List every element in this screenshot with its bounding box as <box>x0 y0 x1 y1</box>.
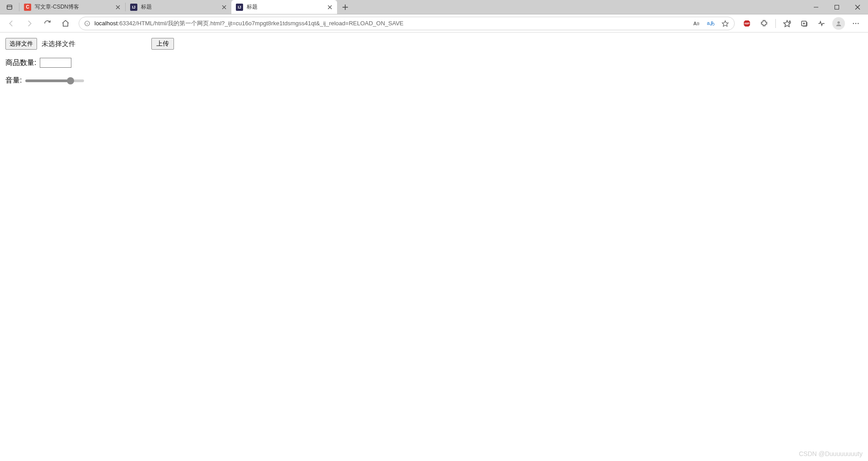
svg-point-28 <box>837 21 840 23</box>
tab-title: 标题 <box>141 3 217 11</box>
forward-button[interactable] <box>21 16 38 31</box>
tab-manager-button[interactable] <box>0 0 19 14</box>
adblock-icon[interactable]: ABP <box>739 16 755 31</box>
svg-point-29 <box>853 23 854 23</box>
extensions-icon[interactable] <box>756 16 772 31</box>
svg-point-30 <box>855 23 856 23</box>
more-menu-icon[interactable] <box>848 16 863 31</box>
collections-icon[interactable] <box>797 16 812 31</box>
performance-icon[interactable] <box>814 16 829 31</box>
avatar-icon <box>832 17 845 30</box>
favicon-intellij-icon: IJ <box>236 4 243 11</box>
svg-point-31 <box>858 23 859 23</box>
address-bar[interactable]: localhost:63342/HTML/html/我的第一个网页.html?_… <box>79 17 735 30</box>
profile-button[interactable] <box>831 16 846 31</box>
page-content: 选择文件 未选择文件 上传 商品数量: 音量: <box>0 33 868 99</box>
translate-icon[interactable]: aあ <box>706 19 715 28</box>
tab-title: 标题 <box>247 3 323 11</box>
new-tab-button[interactable] <box>337 0 353 14</box>
close-tab-button[interactable] <box>114 4 122 11</box>
svg-marker-17 <box>722 21 728 26</box>
maximize-button[interactable] <box>826 0 847 14</box>
watermark-text: CSDN @Duuuuuuuuty <box>799 450 863 457</box>
home-button[interactable] <box>57 16 74 31</box>
read-aloud-icon[interactable]: A)) <box>692 19 701 28</box>
upload-button[interactable]: 上传 <box>151 38 174 50</box>
favicon-csdn-icon: C <box>24 4 31 11</box>
quantity-input[interactable] <box>40 58 71 68</box>
favorite-icon[interactable] <box>721 19 730 28</box>
favorites-icon[interactable] <box>779 16 795 31</box>
site-info-icon[interactable] <box>84 20 91 27</box>
address-text: localhost:63342/HTML/html/我的第一个网页.html?_… <box>94 19 688 28</box>
favicon-intellij-icon: IJ <box>130 4 137 11</box>
quantity-row: 商品数量: <box>5 58 863 68</box>
address-host: localhost <box>94 20 117 27</box>
address-right-icons: A)) aあ <box>692 19 730 28</box>
volume-label: 音量: <box>5 76 22 85</box>
titlebar: C 写文章-CSDN博客 IJ 标题 IJ 标题 <box>0 0 868 14</box>
browser-tab-1[interactable]: IJ 标题 <box>126 0 231 14</box>
close-tab-button[interactable] <box>221 4 228 11</box>
file-status-text: 未选择文件 <box>42 40 75 48</box>
choose-file-button[interactable]: 选择文件 <box>5 38 37 50</box>
svg-text:ABP: ABP <box>744 22 750 25</box>
window-controls <box>806 0 868 14</box>
address-rest: :63342/HTML/html/我的第一个网页.html?_ijt=cu16o… <box>117 20 404 27</box>
svg-rect-11 <box>835 5 839 9</box>
svg-rect-0 <box>7 5 12 9</box>
tab-title: 写文章-CSDN博客 <box>35 3 111 11</box>
minimize-button[interactable] <box>806 0 826 14</box>
volume-row: 音量: <box>5 76 863 85</box>
toolbar-right-icons: ABP <box>739 16 865 31</box>
close-window-button[interactable] <box>847 0 868 14</box>
close-tab-button[interactable] <box>326 4 333 11</box>
refresh-button[interactable] <box>39 16 56 31</box>
titlebar-spacer <box>353 0 806 14</box>
toolbar: localhost:63342/HTML/html/我的第一个网页.html?_… <box>0 14 868 33</box>
browser-tab-2[interactable]: IJ 标题 <box>231 0 337 14</box>
volume-slider[interactable] <box>25 79 84 82</box>
quantity-label: 商品数量: <box>5 58 36 68</box>
browser-tab-0[interactable]: C 写文章-CSDN博客 <box>19 0 125 14</box>
toolbar-separator <box>775 19 776 28</box>
back-button[interactable] <box>3 16 20 31</box>
file-upload-row: 选择文件 未选择文件 上传 <box>5 38 863 50</box>
